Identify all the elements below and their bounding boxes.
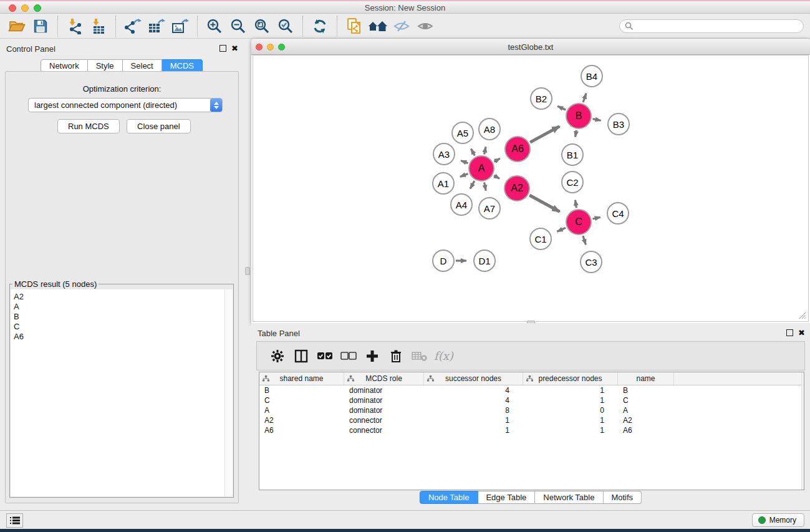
result-item[interactable]: A6 [14,332,233,342]
graph-edge-A-A5[interactable] [471,149,475,156]
refresh-view-icon[interactable] [308,16,332,37]
column-header-shared-name[interactable]: shared name [259,372,344,385]
add-row-icon[interactable] [360,344,384,368]
graph-edge-A-A8[interactable] [485,147,486,154]
close-table-panel-icon[interactable]: ✖ [798,329,805,336]
graph-edge-A-A2[interactable] [494,175,499,178]
tab-node-table[interactable]: Node Table [420,491,478,504]
graph-node-A8[interactable]: A8 [478,118,501,140]
result-scrollbar[interactable] [224,289,233,496]
graph-edge-C-C3[interactable] [583,236,586,244]
table-row[interactable]: Adominator80A [259,405,804,415]
table-row[interactable]: A2connector11A2 [259,415,804,425]
tab-edge-table[interactable]: Edge Table [478,491,535,504]
float-table-panel-icon[interactable] [786,329,793,336]
graph-node-A1[interactable]: A1 [432,172,455,195]
close-panel-icon[interactable]: ✖ [231,45,238,52]
zoom-selected-icon[interactable] [274,16,297,37]
graph-node-C2[interactable]: C2 [561,171,584,193]
network-canvas[interactable]: B4B2BB3A5A8A6B1A3AC2A1A2A4A7C4CC1C3DD1 [253,55,809,322]
export-image-icon[interactable] [168,16,192,37]
mcds-result-list[interactable]: A2ABCA6 [11,289,233,496]
show-column-icon[interactable] [289,344,313,368]
graph-node-C[interactable]: C [566,209,592,235]
column-header-name[interactable]: name [618,372,674,385]
graph-edge-B-B3[interactable] [593,119,601,121]
table-row[interactable]: Bdominator41B [259,385,804,395]
window-resize-grip[interactable] [798,311,806,319]
graph-node-B2[interactable]: B2 [530,87,552,110]
graph-edge-A-A6[interactable] [494,158,500,162]
search-input[interactable] [619,19,804,33]
column-header-successor-nodes[interactable]: successor nodes [424,372,523,385]
tab-mcds[interactable]: MCDS [162,59,203,72]
tab-network-table[interactable]: Network Table [535,491,603,504]
graph-edge-B-B4[interactable] [583,94,586,103]
graph-node-A[interactable]: A [468,155,494,181]
table-settings-icon[interactable] [266,344,289,368]
tab-motifs[interactable]: Motifs [603,491,642,504]
tab-select[interactable]: Select [123,59,162,72]
graph-node-B1[interactable]: B1 [561,143,584,166]
graph-node-A5[interactable]: A5 [451,122,474,144]
result-item[interactable]: B [14,312,233,322]
graph-node-C4[interactable]: C4 [607,202,629,225]
delete-row-icon[interactable] [384,344,408,368]
graph-node-A7[interactable]: A7 [478,197,501,220]
table-row[interactable]: Cdominator41C [259,395,804,405]
close-panel-button[interactable]: Close panel [127,119,191,133]
graph-node-C1[interactable]: C1 [529,228,552,250]
delete-table-icon[interactable] [408,344,432,368]
graph-edge-C-C1[interactable] [557,228,566,231]
graph-edge-A-A3[interactable] [461,160,468,163]
graph-edge-A2-C[interactable] [529,195,559,211]
export-table-icon[interactable] [145,16,168,37]
graph-node-D[interactable]: D [432,249,455,272]
home-view-icon[interactable] [366,16,390,37]
optimization-criterion-dropdown[interactable]: largest connected component (directed) [28,98,223,112]
graph-node-B3[interactable]: B3 [607,113,630,135]
hide-eye-icon[interactable] [390,16,413,37]
memory-button[interactable]: Memory [752,513,804,527]
graph-node-B4[interactable]: B4 [581,65,603,87]
function-builder-icon[interactable]: f(x) [434,349,453,362]
table-scrollbar[interactable] [801,372,804,490]
graph-node-A3[interactable]: A3 [433,143,455,165]
save-session-icon[interactable] [29,16,52,37]
graph-edge-A-A7[interactable] [485,183,486,191]
clone-network-icon[interactable] [342,16,366,37]
column-header-predecessor-nodes[interactable]: predecessor nodes [523,372,618,385]
graph-node-C3[interactable]: C3 [580,251,602,273]
open-file-icon[interactable] [5,16,29,37]
import-table-icon[interactable] [87,16,110,37]
zoom-out-icon[interactable] [226,16,250,37]
zoom-in-icon[interactable] [203,16,226,37]
run-mcds-button[interactable]: Run MCDS [57,119,120,133]
zoom-fit-icon[interactable] [250,16,274,37]
export-network-icon[interactable] [121,16,145,37]
graph-edge-B-B1[interactable] [576,130,577,137]
tab-network[interactable]: Network [41,59,88,72]
vertical-splitter-grip[interactable] [245,267,250,275]
result-item[interactable]: A2 [14,292,233,302]
tab-style[interactable]: Style [88,59,123,72]
column-header-MCDS-role[interactable]: MCDS role [344,372,424,385]
graph-node-A6[interactable]: A6 [504,136,531,162]
result-item[interactable]: A [14,302,233,312]
graph-edge-B-B2[interactable] [557,106,566,110]
graph-edge-C-C2[interactable] [576,200,577,208]
graph-node-B[interactable]: B [566,103,592,129]
graph-node-A4[interactable]: A4 [450,193,473,216]
import-network-icon[interactable] [63,16,87,37]
show-eye-icon[interactable] [413,16,437,37]
graph-edge-A6-B[interactable] [530,127,559,143]
graph-edge-A-A1[interactable] [460,173,468,177]
graph-edge-A-A4[interactable] [470,181,475,189]
graph-node-D1[interactable]: D1 [473,249,496,272]
task-history-button[interactable] [6,513,23,528]
select-all-icon[interactable] [313,344,337,368]
result-item[interactable]: C [14,322,233,332]
graph-edge-C-C4[interactable] [593,217,600,219]
table-row[interactable]: A6connector11A6 [259,425,804,435]
graph-node-A2[interactable]: A2 [504,175,530,201]
